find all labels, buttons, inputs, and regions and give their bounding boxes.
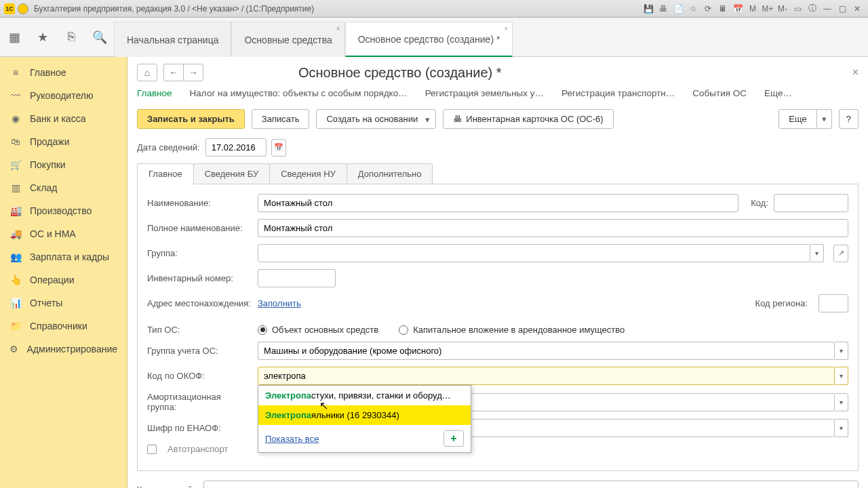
autocomplete-dropdown: Электропастухи, привязи, станки и оборуд… bbox=[258, 385, 471, 453]
subnav-land[interactable]: Регистрация земельных у… bbox=[425, 88, 544, 101]
amort-label: Амортизационная группа: bbox=[147, 392, 252, 412]
close-page-icon[interactable]: × bbox=[852, 66, 859, 79]
fill-address-link[interactable]: Заполнить bbox=[258, 298, 301, 308]
save-and-close-button[interactable]: Записать и закрыть bbox=[137, 109, 245, 129]
favorites-icon[interactable]: ★ bbox=[28, 18, 57, 56]
inventory-card-button[interactable]: 🖶Инвентарная карточка ОС (ОС-6) bbox=[443, 109, 613, 129]
subnav-tax[interactable]: Налог на имущество: объекты с особым пор… bbox=[190, 88, 408, 101]
tab-fixed-assets[interactable]: Основные средства× bbox=[231, 22, 344, 57]
fullname-label: Полное наименование: bbox=[147, 223, 252, 233]
home-button[interactable]: ⌂ bbox=[137, 64, 157, 81]
subnav-more[interactable]: Еще… bbox=[764, 88, 792, 101]
subnav-events[interactable]: События ОС bbox=[692, 88, 747, 101]
name-input[interactable] bbox=[258, 194, 738, 212]
sidebar-item-sales[interactable]: 🛍Продажи bbox=[0, 130, 127, 153]
sidebar-item-warehouse[interactable]: ▥Склад bbox=[0, 176, 127, 199]
sidebar-item-purchases[interactable]: 🛒Покупки bbox=[0, 153, 127, 176]
inner-tab-main[interactable]: Главное bbox=[137, 163, 194, 184]
actionbar: Записать и закрыть Записать Создать на о… bbox=[137, 109, 859, 129]
save-button[interactable]: Записать bbox=[252, 109, 310, 129]
chevron-down-icon[interactable]: ▾ bbox=[810, 244, 824, 262]
tab-start-page[interactable]: Начальная страница bbox=[114, 22, 231, 57]
chevron-down-icon[interactable]: ▾ bbox=[817, 109, 832, 129]
calendar-icon[interactable]: 📅 bbox=[731, 3, 745, 15]
more-button[interactable]: Еще bbox=[778, 109, 816, 129]
m-icon[interactable]: M bbox=[746, 3, 760, 15]
subnav-main[interactable]: Главное bbox=[137, 88, 172, 101]
type-option-capital[interactable]: Капитальное вложение в арендованное имущ… bbox=[399, 325, 625, 335]
inner-tab-extra[interactable]: Дополнительно bbox=[347, 163, 433, 184]
help-button[interactable]: ? bbox=[839, 109, 859, 129]
history-icon[interactable]: ⟳ bbox=[701, 3, 715, 15]
show-all-link[interactable]: Показать все bbox=[265, 434, 319, 444]
forward-button[interactable]: → bbox=[183, 64, 203, 81]
search-icon[interactable]: 🔍 bbox=[85, 18, 114, 56]
autocomplete-item-selected[interactable]: Электропаяльники (16 2930344) bbox=[258, 405, 471, 425]
close-icon[interactable]: × bbox=[336, 25, 340, 33]
chevron-down-icon[interactable]: ▾ bbox=[835, 342, 848, 360]
apps-icon[interactable]: ▦ bbox=[0, 18, 28, 56]
chevron-down-icon[interactable]: ▾ bbox=[835, 393, 848, 411]
m-plus-icon[interactable]: M+ bbox=[761, 3, 774, 15]
calculator-icon[interactable]: 🖩 bbox=[716, 3, 730, 15]
sidebar-item-manager[interactable]: 〰Руководителю bbox=[0, 84, 127, 107]
close-icon[interactable]: × bbox=[505, 25, 509, 33]
date-input[interactable] bbox=[205, 138, 267, 157]
sidebar-item-hr[interactable]: 👥Зарплата и кадры bbox=[0, 245, 127, 268]
sidebar-item-operations[interactable]: 👆Операции bbox=[0, 268, 127, 291]
sidebar-item-assets[interactable]: 🚚ОС и НМА bbox=[0, 222, 127, 245]
open-external-icon[interactable]: ↗ bbox=[833, 245, 848, 262]
subnav-transport[interactable]: Регистрация транспортн… bbox=[561, 88, 675, 101]
app-menu-icon[interactable] bbox=[18, 3, 28, 14]
group-row: Группа: ▾ ↗ bbox=[147, 244, 848, 262]
calendar-icon[interactable]: 📅 bbox=[271, 139, 286, 157]
more-button-group: Еще ▾ bbox=[778, 109, 831, 129]
document-icon[interactable]: 📄 bbox=[671, 3, 685, 15]
type-option-object[interactable]: Объект основных средств bbox=[258, 325, 378, 335]
chevron-down-icon[interactable]: ▾ bbox=[835, 367, 848, 385]
add-icon[interactable]: + bbox=[443, 430, 464, 447]
radio-label: Объект основных средств bbox=[272, 325, 378, 335]
sidebar-item-label: Производство bbox=[30, 205, 92, 216]
m-minus-icon[interactable]: M- bbox=[776, 3, 789, 15]
sidebar-item-main[interactable]: ≡Главное bbox=[0, 61, 127, 84]
print-icon: 🖶 bbox=[453, 114, 462, 124]
close-window-icon[interactable]: ✕ bbox=[850, 3, 864, 15]
panel-icon[interactable]: ▭ bbox=[791, 3, 804, 15]
acct-group-input[interactable] bbox=[258, 342, 835, 360]
inner-tab-nu[interactable]: Сведения НУ bbox=[269, 163, 347, 184]
sidebar-item-admin[interactable]: ⚙Администрирование bbox=[0, 338, 127, 361]
code-input[interactable] bbox=[774, 194, 848, 212]
sidebar-item-bank[interactable]: ◉Банк и касса bbox=[0, 107, 127, 130]
tab-label: Основные средства bbox=[244, 35, 332, 45]
sidebar-item-reports[interactable]: 📊Отчеты bbox=[0, 291, 127, 314]
comment-input[interactable] bbox=[203, 481, 859, 488]
region-input[interactable] bbox=[818, 294, 848, 312]
enaof-label: Шифр по ЕНАОФ: bbox=[147, 423, 252, 433]
code-label: Код: bbox=[751, 198, 768, 208]
tab-fixed-asset-create[interactable]: Основное средство (создание) *× bbox=[345, 22, 513, 57]
acct-group-row: Группа учета ОС: ▾ bbox=[147, 342, 848, 360]
autocomplete-item[interactable]: Электропастухи, привязи, станки и оборуд… bbox=[258, 386, 471, 405]
sidebar-item-production[interactable]: 🏭Производство bbox=[0, 199, 127, 222]
print-icon[interactable]: 🖶 bbox=[656, 3, 670, 15]
fullname-input[interactable] bbox=[258, 219, 848, 237]
inner-tabs: Главное Сведения БУ Сведения НУ Дополнит… bbox=[137, 163, 859, 184]
sidebar-item-directories[interactable]: 📁Справочники bbox=[0, 314, 127, 338]
save-icon[interactable]: 💾 bbox=[642, 3, 655, 15]
chevron-down-icon[interactable]: ▾ bbox=[835, 419, 848, 437]
rest-text: яльники (16 2930344) bbox=[311, 410, 399, 420]
inner-tab-bu[interactable]: Сведения БУ bbox=[193, 163, 271, 184]
create-based-on-button[interactable]: Создать на основании bbox=[316, 109, 436, 129]
invnum-input[interactable] bbox=[258, 269, 336, 287]
star-icon[interactable]: ☆ bbox=[686, 3, 700, 15]
group-input[interactable] bbox=[258, 244, 810, 262]
maximize-icon[interactable]: ▢ bbox=[835, 3, 849, 15]
autotransport-checkbox[interactable] bbox=[147, 445, 157, 454]
clipboard-icon[interactable]: ⎘ bbox=[57, 18, 85, 56]
minimize-icon[interactable]: — bbox=[821, 3, 834, 15]
back-button[interactable]: ← bbox=[163, 64, 184, 81]
sidebar-item-label: Главное bbox=[30, 67, 66, 78]
info-icon[interactable]: ⓘ bbox=[806, 3, 819, 15]
okof-input[interactable] bbox=[258, 367, 835, 385]
